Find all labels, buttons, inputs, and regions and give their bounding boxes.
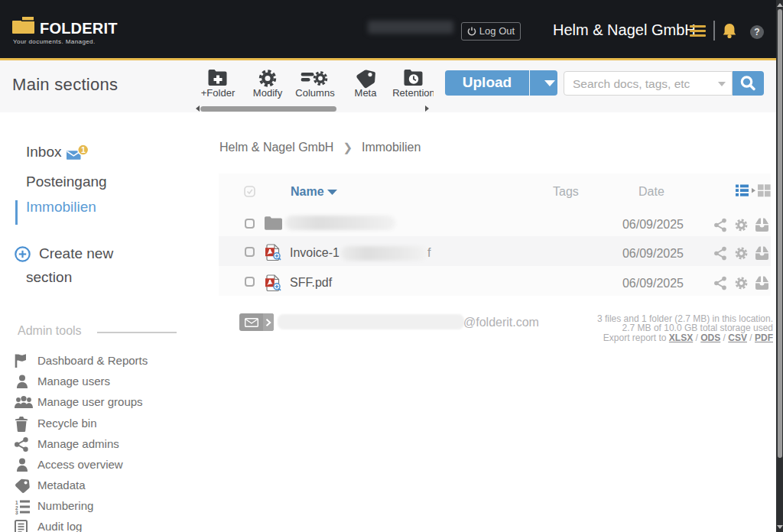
svg-text:1: 1	[81, 145, 86, 154]
svg-text:1: 1	[15, 500, 18, 505]
svg-text:3: 3	[15, 510, 18, 514]
